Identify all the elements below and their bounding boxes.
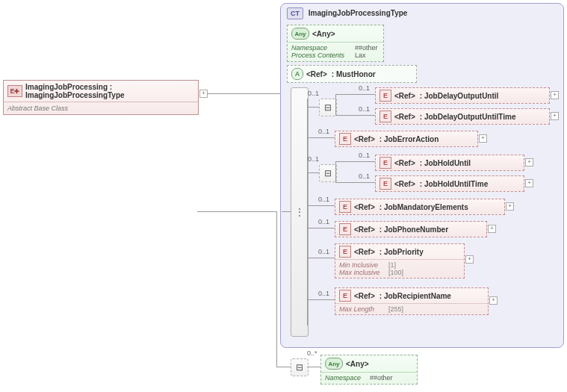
attribute-musthonor[interactable]: A <Ref> : MustHonor: [287, 65, 417, 83]
choice-compositor[interactable]: ⊟: [319, 164, 337, 182]
expand-handle-icon[interactable]: +: [489, 296, 498, 305]
ref-joberroraction[interactable]: E <Ref> : JobErrorAction: [335, 131, 478, 147]
any-body: Namespace##other: [321, 373, 417, 384]
connector-line: [307, 367, 320, 367]
any-header: Any <Any>: [321, 355, 417, 373]
choice-compositor[interactable]: ⊟: [291, 358, 309, 376]
choice-compositor[interactable]: ⊟: [319, 99, 337, 116]
any-header: Any <Any>: [288, 25, 383, 43]
connector-line: [197, 211, 276, 212]
occurrence-label: 0..1: [318, 218, 329, 225]
any-label: <Any>: [312, 30, 335, 38]
ref-name: : JobPhoneNumber: [379, 225, 448, 234]
ref-jobholduntil[interactable]: E <Ref> : JobHoldUntil: [375, 155, 524, 171]
connector-line: [335, 115, 375, 116]
expand-handle-icon[interactable]: +: [488, 225, 496, 233]
any-label: <Any>: [346, 360, 369, 368]
ref-jobrecipientname[interactable]: E <Ref> : JobRecipientName Max Length[25…: [335, 287, 489, 315]
ref-label: <Ref>: [354, 292, 375, 300]
ref-name: : JobHoldUntil: [420, 159, 471, 167]
expand-handle-icon[interactable]: +: [465, 255, 474, 264]
connector-line: [307, 99, 308, 326]
ref-label: <Ref>: [394, 180, 415, 188]
any-wildcard-top[interactable]: Any <Any> Namespace##other Process Conte…: [287, 25, 384, 62]
any-proc-key: Process Contents: [291, 52, 355, 59]
attribute-badge-icon: A: [291, 68, 303, 80]
ref-label: <Ref>: [354, 248, 375, 256]
ref-name: : JobPriority: [379, 248, 424, 256]
ref-jobpriority[interactable]: E <Ref> : JobPriority Min Inclusive[1] M…: [335, 243, 465, 279]
expand-handle-icon[interactable]: +: [525, 179, 533, 187]
complextype-title: ImagingJobProcessingType: [309, 9, 408, 17]
ref-jobphonenumber[interactable]: E <Ref> : JobPhoneNumber: [335, 221, 487, 237]
facet-val: [100]: [388, 269, 403, 276]
ref-name: : JobDelayOutputUntilTime: [420, 113, 516, 121]
root-element[interactable]: E✚ ImagingJobProcessing : ImagingJobProc…: [3, 80, 199, 115]
expand-handle-icon[interactable]: +: [479, 134, 487, 143]
any-ns-key: Namespace: [325, 374, 370, 382]
ref-jobdelayoutputuntiltime[interactable]: E <Ref> : JobDelayOutputUntilTime: [375, 108, 550, 125]
element-badge-icon: E: [339, 290, 351, 302]
expand-handle-icon[interactable]: +: [551, 91, 559, 99]
facet-key: Min Inclusive: [339, 261, 388, 269]
connector-line: [282, 211, 291, 212]
ref-jobdelayoutputuntil[interactable]: E <Ref> : JobDelayOutputUntil: [375, 87, 550, 104]
ref-header: E <Ref> : JobHoldUntil: [376, 155, 524, 170]
connector-line: [276, 367, 291, 367]
ref-header: E <Ref> : JobRecipientName: [335, 288, 488, 303]
ref-label: <Ref>: [394, 92, 415, 100]
ref-header: E <Ref> : JobPhoneNumber: [335, 222, 486, 237]
occurrence-label: 0..1: [359, 172, 370, 180]
connector-line: [307, 107, 319, 108]
occurrence-label: 0..1: [308, 90, 319, 97]
root-element-label: ImagingJobProcessing : ImagingJobProcess…: [25, 83, 194, 99]
connector-line: [207, 93, 280, 94]
occurrence-label: 0..1: [318, 290, 329, 297]
any-badge-icon: Any: [291, 28, 309, 40]
facet-key: Max Length: [339, 305, 388, 313]
element-badge-icon: E: [379, 157, 391, 169]
occurrence-label: 0..*: [307, 349, 317, 357]
ref-header: E <Ref> : JobHoldUntilTime: [376, 176, 524, 191]
any-body: Namespace##other Process ContentsLax: [288, 43, 383, 61]
any-badge-icon: Any: [325, 358, 343, 370]
occurrence-label: 0..1: [308, 155, 319, 163]
musthonor-ref: <Ref>: [306, 70, 327, 78]
sequence-compositor[interactable]: ⋮: [291, 87, 309, 337]
expand-handle-icon[interactable]: +: [506, 202, 514, 211]
choice-icon: ⊟: [324, 168, 332, 178]
choice-icon: ⊟: [296, 362, 303, 373]
connector-line: [276, 211, 277, 367]
ref-header: E <Ref> : JobMandatoryElements: [335, 199, 504, 214]
connector-line: [335, 94, 336, 115]
connector-line: [307, 172, 319, 173]
element-badge-icon: E: [379, 111, 391, 122]
ref-name: : JobHoldUntilTime: [420, 180, 488, 188]
root-element-subtitle: Abstract Base Class: [4, 102, 198, 114]
ref-label: <Ref>: [354, 203, 375, 211]
complextype-badge-icon: CT: [287, 7, 303, 19]
connector-line: [307, 299, 335, 300]
any-ns-val: ##other: [355, 44, 378, 52]
ref-label: <Ref>: [354, 225, 375, 234]
ref-jobholduntiltime[interactable]: E <Ref> : JobHoldUntilTime: [375, 175, 524, 192]
connector-line: [307, 258, 335, 258]
occurrence-label: 0..1: [359, 105, 370, 113]
complextype-header: CT ImagingJobProcessingType: [281, 4, 563, 23]
occurrence-label: 0..1: [359, 152, 370, 159]
ref-header: E <Ref> : JobPriority: [335, 244, 464, 259]
any-ns-val: ##other: [370, 374, 393, 382]
expand-handle-icon[interactable]: +: [551, 112, 559, 120]
ref-jobmandatoryelements[interactable]: E <Ref> : JobMandatoryElements: [335, 199, 505, 215]
ref-facets: Min Inclusive[1] Max Inclusive[100]: [335, 259, 464, 278]
ref-name: : JobMandatoryElements: [379, 203, 468, 211]
facet-val: [1]: [388, 261, 396, 269]
connector-line: [307, 137, 335, 138]
any-proc-val: Lax: [355, 52, 366, 59]
expand-handle-icon[interactable]: +: [525, 158, 533, 167]
any-wildcard-bottom[interactable]: Any <Any> Namespace##other: [320, 355, 418, 385]
ref-label: <Ref>: [394, 113, 415, 121]
ref-header: E <Ref> : JobErrorAction: [335, 131, 477, 146]
root-element-header: E✚ ImagingJobProcessing : ImagingJobProc…: [4, 81, 198, 102]
element-badge-icon: E: [339, 223, 351, 235]
